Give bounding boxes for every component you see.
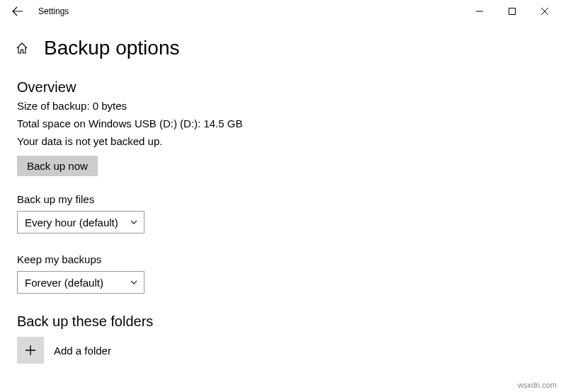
backup-size-text: Size of backup: 0 bytes [17,100,544,112]
arrow-left-icon [12,6,23,17]
folders-heading: Back up these folders [17,313,544,330]
chevron-down-icon [130,218,138,226]
app-title: Settings [38,6,69,16]
home-button[interactable] [16,42,28,54]
svg-rect-0 [509,8,516,15]
back-button[interactable] [6,0,30,23]
page-title: Backup options [44,37,179,59]
minimize-icon [476,8,483,15]
frequency-dropdown[interactable]: Every hour (default) [17,211,144,234]
plus-icon [24,344,37,357]
maximize-button[interactable] [496,0,528,23]
retention-value: Forever (default) [25,277,103,289]
chevron-down-icon [130,278,138,287]
overview-heading: Overview [17,79,544,96]
minimize-button[interactable] [463,0,496,23]
add-folder-button[interactable] [17,337,44,364]
backup-status-text: Your data is not yet backed up. [17,135,544,147]
frequency-label: Back up my files [17,193,544,205]
home-icon [16,42,28,54]
backup-now-button[interactable]: Back up now [17,156,98,176]
watermark: wsxdn.com [518,381,557,389]
add-folder-label: Add a folder [54,345,111,357]
close-icon [541,8,548,15]
total-space-text: Total space on Windows USB (D:) (D:): 14… [17,117,544,129]
close-button[interactable] [528,0,561,23]
retention-dropdown[interactable]: Forever (default) [17,271,144,294]
maximize-icon [509,8,516,15]
retention-label: Keep my backups [17,253,544,265]
frequency-value: Every hour (default) [25,217,118,229]
